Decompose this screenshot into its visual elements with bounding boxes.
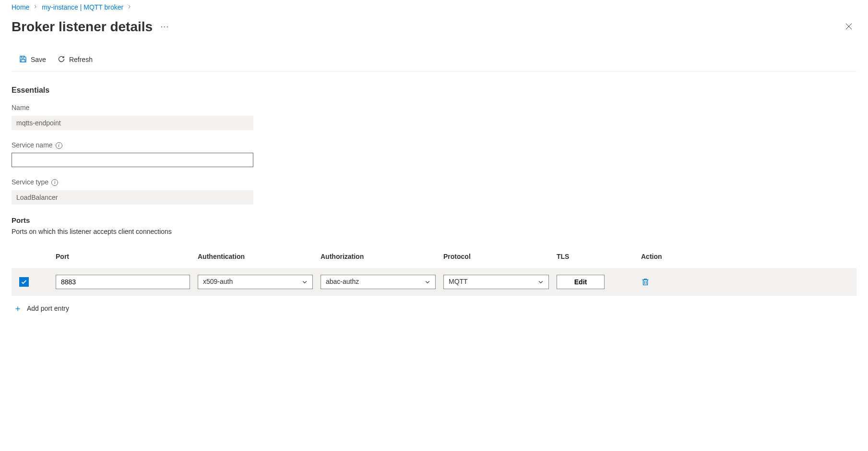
table-row: x509-auth abac-authz MQTT Edit: [12, 268, 856, 296]
chevron-down-icon: [302, 279, 308, 285]
refresh-icon: [58, 55, 65, 64]
name-label: Name: [12, 103, 253, 113]
ports-table-header: Port Authentication Authorization Protoc…: [12, 252, 856, 268]
col-authorization: Authorization: [321, 252, 436, 262]
chevron-right-icon: [127, 3, 132, 12]
close-icon: [845, 23, 853, 30]
breadcrumb-home[interactable]: Home: [12, 3, 29, 12]
protocol-select[interactable]: MQTT: [443, 275, 549, 289]
row-checkbox[interactable]: [19, 277, 29, 287]
save-icon: [19, 55, 27, 64]
col-protocol: Protocol: [443, 252, 549, 262]
col-action: Action: [641, 252, 851, 262]
chevron-down-icon: [538, 279, 544, 285]
col-authentication: Authentication: [198, 252, 313, 262]
info-icon[interactable]: i: [56, 142, 62, 149]
page-title: Broker listener details: [12, 17, 153, 36]
more-icon[interactable]: ···: [160, 21, 169, 33]
chevron-down-icon: [425, 279, 430, 285]
ports-heading: Ports: [12, 215, 856, 225]
close-button[interactable]: [841, 19, 856, 34]
trash-icon: [641, 278, 650, 286]
save-button[interactable]: Save: [19, 53, 46, 66]
delete-row-button[interactable]: [641, 278, 650, 286]
port-input[interactable]: [56, 275, 190, 289]
name-input: [12, 116, 253, 130]
service-type-label: Service type: [12, 178, 48, 187]
refresh-button[interactable]: Refresh: [58, 53, 93, 66]
service-name-label: Service name: [12, 141, 53, 150]
ports-description: Ports on which this listener accepts cli…: [12, 227, 856, 237]
authentication-select[interactable]: x509-auth: [198, 275, 313, 289]
breadcrumb: Home my-instance | MQTT broker: [12, 3, 856, 12]
check-icon: [21, 279, 27, 285]
tls-edit-button[interactable]: Edit: [557, 275, 605, 289]
col-tls: TLS: [557, 252, 633, 262]
service-name-input[interactable]: [12, 153, 253, 167]
info-icon[interactable]: i: [51, 179, 58, 186]
save-label: Save: [31, 56, 46, 63]
breadcrumb-instance[interactable]: my-instance | MQTT broker: [42, 3, 123, 12]
add-port-entry-button[interactable]: ＋ Add port entry: [12, 296, 71, 321]
chevron-right-icon: [33, 3, 38, 12]
toolbar: Save Refresh: [12, 53, 856, 72]
service-type-input: [12, 190, 253, 205]
plus-icon: ＋: [13, 303, 22, 314]
col-port: Port: [56, 252, 190, 262]
essentials-heading: Essentials: [12, 85, 856, 96]
authorization-select[interactable]: abac-authz: [321, 275, 436, 289]
refresh-label: Refresh: [69, 56, 93, 63]
